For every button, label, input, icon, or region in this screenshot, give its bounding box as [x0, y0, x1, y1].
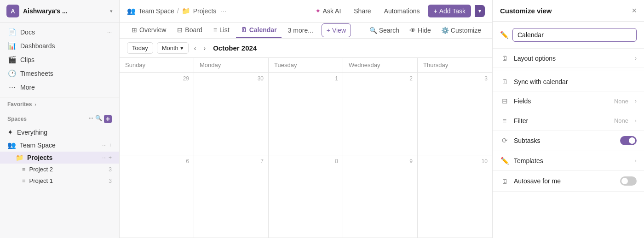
tab-overview-label: Overview [139, 26, 166, 34]
filter-chevron-icon: › [635, 118, 637, 124]
ask-ai-button[interactable]: ✦ Ask AI [310, 5, 346, 17]
subtasks-label: Subtasks [514, 137, 615, 144]
calendar-cell-30[interactable]: 30 [194, 73, 269, 155]
search-button[interactable]: 🔍 Search [366, 24, 403, 36]
calendar-cell-3[interactable]: 3 [418, 73, 492, 155]
list-icon: ≡ [213, 26, 217, 34]
sidebar-item-dashboards-label: Dashboards [20, 42, 55, 50]
calendar-cell-29[interactable]: 29 [120, 73, 194, 155]
spaces-header-row: Spaces ··· 🔍 + [0, 111, 119, 126]
sidebar-item-timesheets-label: Timesheets [20, 70, 53, 77]
spaces-actions[interactable]: ··· 🔍 + [89, 115, 112, 123]
panel-close-button[interactable]: × [632, 6, 637, 15]
teamspace-actions[interactable]: ··· + [102, 142, 112, 148]
panel-autosave-row[interactable]: 🗓 Autosave for me [493, 171, 644, 192]
automations-label: Automations [384, 7, 420, 15]
spaces-dots-icon[interactable]: ··· [89, 115, 93, 123]
sidebar-item-timesheets[interactable]: 🕐 Timesheets [0, 67, 119, 80]
tab-overview[interactable]: ⊞ Overview [127, 23, 171, 38]
panel-header: Customize view × [493, 0, 644, 22]
month-label: Month [162, 45, 178, 51]
calendar-cell-1[interactable]: 1 [269, 73, 343, 155]
spaces-label: Spaces [7, 116, 27, 122]
calendar-day-tuesday: Tuesday [269, 58, 343, 72]
sidebar-nav: 📄 Docs ··· 📊 Dashboards 🎬 Clips 🕐 Timesh… [0, 23, 119, 97]
calendar-grid: Sunday Monday Tuesday Wednesday Thursday… [120, 58, 492, 238]
fields-icon: ⊟ [500, 97, 509, 105]
customize-button[interactable]: ⚙️ Customize [437, 24, 485, 36]
calendar-cell-6[interactable]: 6 [120, 155, 194, 238]
workspace-name: Aishwarya's ... [23, 7, 106, 15]
panel-name-row: ✏️ [493, 22, 644, 49]
everything-label: Everything [17, 129, 47, 136]
sidebar-item-more[interactable]: ⋯ More [0, 80, 119, 94]
sidebar-item-teamspace[interactable]: 👥 Team Space ··· + [0, 139, 119, 152]
sidebar-item-project2[interactable]: ≡ Project 2 3 [0, 164, 119, 175]
panel-templates-row[interactable]: ✏️ Templates › [493, 151, 644, 171]
sidebar-item-dashboards[interactable]: 📊 Dashboards [0, 39, 119, 53]
sidebar-item-everything[interactable]: ✦ Everything [0, 126, 119, 139]
more-icon: ⋯ [7, 83, 17, 91]
next-arrow-button[interactable]: › [202, 44, 208, 53]
panel-fields-row[interactable]: ⊟ Fields None › [493, 91, 644, 111]
view-tabs: ⊞ Overview ⊟ Board ≡ List 🗓 Calendar 3 m… [120, 23, 492, 39]
hide-button[interactable]: 👁 Hide [406, 24, 435, 36]
favorites-header[interactable]: Favorites › [7, 101, 112, 108]
sidebar-item-clips[interactable]: 🎬 Clips [0, 53, 119, 67]
tab-calendar[interactable]: 🗓 Calendar [236, 23, 282, 38]
add-task-button[interactable]: + Add Task [428, 5, 471, 17]
hide-label: Hide [418, 27, 431, 34]
teamspace-add-icon[interactable]: + [109, 142, 112, 148]
panel-subtasks-row[interactable]: ⟳ Subtasks [493, 130, 644, 151]
docs-icon: 📄 [7, 28, 17, 36]
search-icon: 🔍 [369, 27, 377, 34]
subtasks-toggle[interactable] [620, 136, 637, 145]
project2-label: Project 2 [29, 166, 53, 173]
cell-number-1: 1 [273, 75, 338, 82]
customize-label: Customize [451, 27, 481, 34]
filter-icon: ≡ [500, 117, 509, 125]
sidebar-item-project1[interactable]: ≡ Project 1 3 [0, 175, 119, 187]
panel-layout-options-row[interactable]: 🗓 Layout options › [493, 49, 644, 68]
panel-filter-row[interactable]: ≡ Filter None › [493, 111, 644, 130]
tab-board[interactable]: ⊟ Board [172, 23, 207, 38]
share-button[interactable]: Share [349, 5, 375, 17]
projects-label: Projects [27, 154, 52, 161]
avatar: A [6, 5, 19, 17]
projects-actions[interactable]: ··· + [102, 154, 112, 161]
today-button[interactable]: Today [127, 42, 153, 54]
calendar-cell-7[interactable]: 7 [194, 155, 269, 238]
teamspace-icon: 👥 [7, 141, 16, 149]
teamspace-dots-icon[interactable]: ··· [102, 142, 107, 148]
sidebar-item-docs[interactable]: 📄 Docs ··· [0, 25, 119, 39]
sidebar-item-projects[interactable]: 📁 Projects ··· + [0, 152, 119, 164]
calendar-cell-9[interactable]: 9 [343, 155, 418, 238]
layout-options-chevron-icon: › [635, 55, 637, 62]
panel-sync-calendar-row[interactable]: 🗓 Sync with calendar [493, 72, 644, 91]
projects-dots-icon[interactable]: ··· [102, 154, 107, 161]
sidebar-header[interactable]: A Aishwarya's ... ▾ [0, 0, 119, 23]
calendar-cell-2[interactable]: 2 [343, 73, 418, 155]
add-task-dropdown-button[interactable]: ▾ [475, 5, 485, 17]
spaces-add-icon[interactable]: + [104, 115, 112, 123]
tab-calendar-label: Calendar [249, 26, 277, 34]
add-view-button[interactable]: + View [322, 23, 351, 37]
prev-arrow-button[interactable]: ‹ [192, 44, 198, 53]
breadcrumb-sep: / [177, 7, 179, 15]
breadcrumb-dots[interactable]: ··· [221, 7, 226, 15]
projects-add-icon[interactable]: + [109, 154, 112, 161]
automations-button[interactable]: Automations [380, 5, 425, 17]
autosave-toggle[interactable] [620, 176, 637, 186]
view-name-input[interactable] [512, 28, 637, 42]
everything-icon: ✦ [7, 128, 13, 136]
calendar-cell-8[interactable]: 8 [269, 155, 343, 238]
calendar-cell-10[interactable]: 10 [418, 155, 492, 238]
spaces-search-icon[interactable]: 🔍 [95, 115, 102, 123]
project1-label: Project 1 [29, 177, 53, 184]
today-label: Today [132, 45, 148, 51]
calendar-day-wednesday: Wednesday [343, 58, 418, 72]
tab-list[interactable]: ≡ List [209, 23, 234, 38]
month-button[interactable]: Month ▾ [157, 42, 189, 54]
tab-more[interactable]: 3 more... [283, 23, 318, 38]
sidebar: A Aishwarya's ... ▾ 📄 Docs ··· 📊 Dashboa… [0, 0, 120, 238]
